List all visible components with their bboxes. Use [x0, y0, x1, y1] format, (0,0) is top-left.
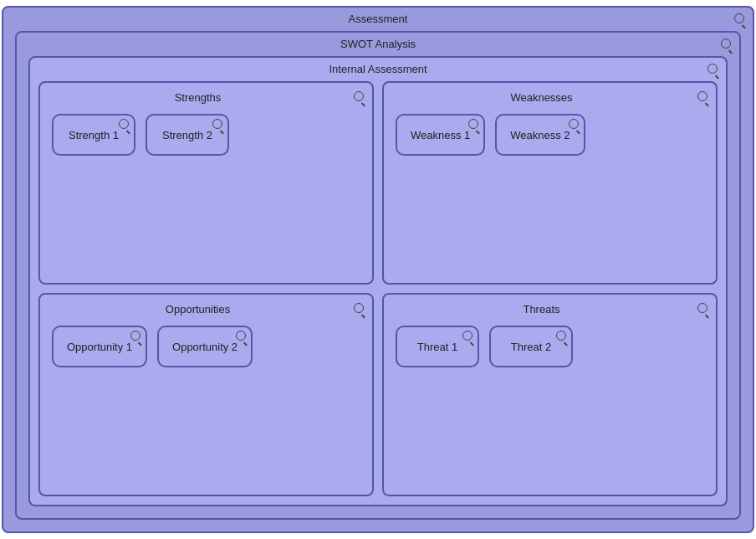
swot-title: SWOT Analysis [340, 38, 416, 50]
opportunity-2-search-icon[interactable] [236, 331, 246, 342]
weaknesses-search-icon[interactable] [697, 91, 707, 104]
strength-2-search-icon[interactable] [212, 119, 222, 131]
threat-2-search-icon[interactable] [556, 331, 566, 342]
threats-title: Threats [392, 303, 707, 316]
strengths-search-icon[interactable] [354, 91, 364, 104]
quadrants-grid: Strengths Strength 1 Strength 2 [38, 81, 718, 496]
opportunity-1-search-icon[interactable] [130, 331, 140, 342]
weakness-2-box[interactable]: Weakness 2 [495, 114, 585, 156]
opportunities-search-icon[interactable] [354, 303, 364, 316]
internal-search-icon[interactable] [707, 63, 718, 76]
strengths-items: Strength 1 Strength 2 [49, 110, 364, 159]
threat-2-box[interactable]: Threat 2 [489, 326, 573, 367]
strength-2-box[interactable]: Strength 2 [146, 114, 229, 156]
opportunity-1-box[interactable]: Opportunity 1 [52, 326, 147, 367]
strength-1-box[interactable]: Strength 1 [52, 114, 135, 156]
threat-1-search-icon[interactable] [462, 331, 472, 342]
weakness-1-search-icon[interactable] [468, 119, 478, 131]
weaknesses-quadrant: Weaknesses Weakness 1 Weakness 2 [382, 81, 718, 285]
strengths-title: Strengths [49, 91, 364, 104]
assessment-title: Assessment [349, 13, 408, 25]
strength-1-search-icon[interactable] [119, 119, 129, 131]
weakness-2-search-icon[interactable] [569, 119, 579, 131]
weaknesses-items: Weakness 1 Weakness 2 [392, 110, 707, 159]
threats-items: Threat 1 Threat 2 [392, 322, 707, 371]
swot-search-icon[interactable] [721, 38, 731, 51]
strengths-quadrant: Strengths Strength 1 Strength 2 [38, 81, 374, 285]
threat-1-box[interactable]: Threat 1 [396, 326, 479, 367]
opportunities-title: Opportunities [49, 303, 364, 316]
weakness-1-box[interactable]: Weakness 1 [396, 114, 485, 156]
opportunities-items: Opportunity 1 Opportunity 2 [49, 322, 364, 371]
weaknesses-title: Weaknesses [392, 91, 707, 104]
opportunity-2-box[interactable]: Opportunity 2 [157, 326, 253, 367]
swot-frame: SWOT Analysis Internal Assessment Streng… [15, 31, 741, 520]
assessment-frame: Assessment SWOT Analysis Internal Assess… [2, 6, 754, 533]
internal-frame: Internal Assessment Strengths Strength 1 [28, 56, 728, 506]
threats-search-icon[interactable] [697, 303, 707, 316]
opportunities-quadrant: Opportunities Opportunity 1 Opportunity … [38, 293, 374, 496]
assessment-search-icon[interactable] [734, 13, 744, 26]
internal-title: Internal Assessment [329, 63, 427, 75]
threats-quadrant: Threats Threat 1 Threat 2 [382, 293, 718, 496]
